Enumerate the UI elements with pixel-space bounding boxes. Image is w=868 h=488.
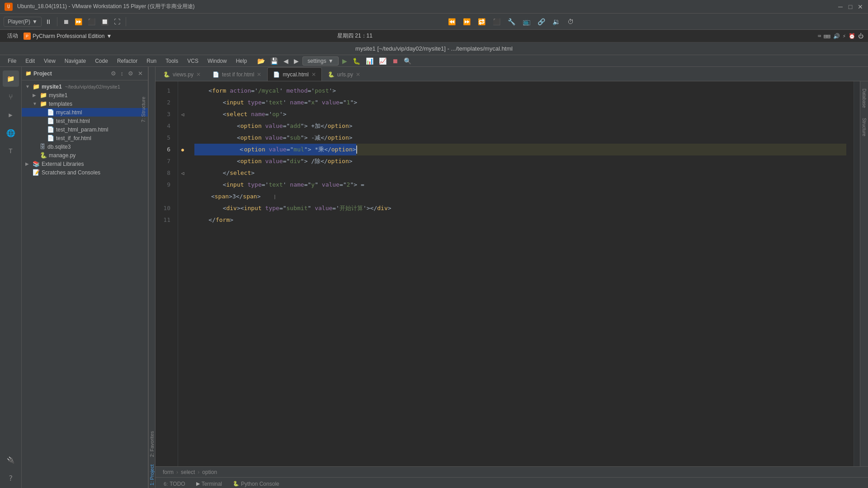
toolbar-btn-5[interactable]: ⛶: [112, 16, 122, 27]
activity-project[interactable]: 📁: [3, 70, 19, 87]
toolbar2-stop[interactable]: ⏹: [390, 56, 400, 66]
tree-item-mysite1-root[interactable]: ▼ 📁 mysite1 ~/tedu/vip/day02/mysite1: [22, 82, 148, 91]
code-line-3: <select name='op'>: [194, 108, 846, 120]
toolbar2-fwd[interactable]: ▶: [292, 56, 301, 66]
menu-window[interactable]: Window: [203, 56, 231, 66]
bookmark-3: ◁: [181, 112, 184, 117]
tab-close-views[interactable]: ✕: [196, 71, 201, 78]
icon-scratches: 📝: [33, 169, 40, 176]
toolbar2-profile[interactable]: 📈: [377, 56, 388, 66]
minimap[interactable]: [854, 81, 860, 466]
pycharm-menu[interactable]: P PyCharm Professional Edition ▼: [21, 33, 114, 40]
toolbar-btn-4[interactable]: 🔲: [99, 16, 110, 27]
activity-web[interactable]: 🌐: [3, 125, 19, 141]
bottom-tab-terminal[interactable]: ▶ Terminal: [192, 479, 226, 488]
tab-views[interactable]: 🐍 views.py ✕: [157, 67, 207, 81]
menu-code[interactable]: Code: [91, 56, 112, 66]
toolbar-right-1[interactable]: ⏪: [446, 16, 458, 27]
code-line-2: <input type='text' name="x" value="1">: [194, 97, 846, 108]
path-form[interactable]: form: [163, 469, 174, 475]
tree-item-mycal[interactable]: 📄 mycal.html: [22, 108, 148, 117]
panel-expand-btn[interactable]: ↕: [119, 70, 125, 77]
panel-settings-btn[interactable]: ⚙: [109, 70, 118, 77]
network-icon[interactable]: ▤▤: [824, 33, 830, 39]
gutter-1: [178, 85, 187, 97]
toolbar2-debug[interactable]: 🐛: [351, 56, 362, 66]
toolbar-right-5[interactable]: 🔧: [506, 16, 517, 27]
minimize-button[interactable]: ─: [837, 4, 844, 10]
tab-test-if-for[interactable]: 📄 test if for.html ✕: [207, 67, 267, 81]
toolbar2-coverage[interactable]: 📊: [364, 56, 375, 66]
tab-close-urls[interactable]: ✕: [356, 71, 360, 78]
menu-run[interactable]: Run: [142, 56, 160, 66]
player-menu[interactable]: Player(P) ▼: [4, 17, 42, 27]
pause-button[interactable]: ⏸: [43, 16, 53, 27]
favorites-label[interactable]: 2: Favorites: [148, 427, 156, 460]
gutter-8: ◁: [178, 167, 187, 179]
menu-help[interactable]: Help: [232, 56, 251, 66]
menu-tools[interactable]: Tools: [161, 56, 182, 66]
tree-item-mysite1-sub[interactable]: ▶ 📁 mysite1: [22, 91, 148, 99]
tree-item-templates[interactable]: ▼ 📁 templates: [22, 99, 148, 108]
menu-refactor[interactable]: Refactor: [113, 56, 142, 66]
toolbar2-run[interactable]: ▶: [340, 56, 349, 66]
tab-close-mycal[interactable]: ✕: [311, 71, 316, 78]
code-editor[interactable]: <form action='/mycal' method='post'> <in…: [187, 81, 854, 466]
toolbar-right-2[interactable]: ⏩: [461, 16, 472, 27]
project-icon: 📁: [25, 70, 32, 76]
structure-label-right[interactable]: Structure: [861, 115, 868, 139]
menu-vcs[interactable]: VCS: [183, 56, 203, 66]
keyboard-icon[interactable]: ⌨: [818, 33, 821, 39]
toolbar-right-7[interactable]: 🔗: [536, 16, 547, 27]
gutter-2: [178, 97, 187, 108]
toolbar-right-8[interactable]: 🔉: [551, 16, 562, 27]
tree-item-test-html-param[interactable]: 📄 test_html_param.html: [22, 125, 148, 134]
panel-gear-btn[interactable]: ⚙: [127, 70, 135, 77]
tree-item-test-html[interactable]: 📄 test_html.html: [22, 117, 148, 125]
toolbar-btn-2[interactable]: ⏩: [73, 16, 84, 27]
toolbar2-save[interactable]: 💾: [269, 56, 280, 66]
battery-icon[interactable]: ⚡: [843, 33, 846, 39]
clock-icon[interactable]: ⏰: [849, 33, 855, 39]
volume-icon[interactable]: 🔊: [833, 33, 840, 39]
toolbar-right-9[interactable]: ⏱: [566, 16, 576, 27]
tree-item-manage[interactable]: 🐍 manage.py: [22, 151, 148, 160]
panel-close-btn[interactable]: ✕: [137, 70, 144, 77]
structure-tab-label[interactable]: 7: Structure: [141, 94, 148, 125]
toolbar-btn-3[interactable]: ⬛: [86, 16, 97, 27]
project-label-side[interactable]: 1: Project: [148, 461, 156, 488]
toolbar-right-4[interactable]: ⬛: [491, 16, 502, 27]
close-button[interactable]: ✕: [857, 4, 863, 10]
power-icon[interactable]: ⏻: [858, 33, 863, 39]
path-option[interactable]: option: [202, 469, 217, 475]
bottom-tab-python-console[interactable]: 🐍 Python Console: [228, 479, 284, 488]
activities-btn[interactable]: 活动: [5, 32, 21, 40]
activity-help[interactable]: ?: [3, 470, 19, 486]
tree-item-external-libs[interactable]: ▶ 📚 External Libraries: [22, 160, 148, 168]
tree-item-test-if-for[interactable]: 📄 test_if_for.html: [22, 134, 148, 142]
toolbar-btn-1[interactable]: ⏹: [61, 16, 71, 27]
tab-close-test-if-for[interactable]: ✕: [257, 71, 261, 78]
path-select[interactable]: select: [181, 469, 195, 475]
toolbar2-open[interactable]: 📂: [255, 56, 267, 66]
settings-dropdown[interactable]: settings ▼: [302, 56, 338, 66]
toolbar-right-3[interactable]: 🔁: [476, 16, 487, 27]
activity-run[interactable]: ▶: [3, 107, 19, 123]
maximize-button[interactable]: □: [847, 4, 854, 10]
bottom-tab-todo[interactable]: 6: TODO: [159, 479, 190, 488]
menu-navigate[interactable]: Navigate: [61, 56, 90, 66]
tab-mycal[interactable]: 📄 mycal.html ✕: [267, 67, 321, 81]
activity-plugins[interactable]: 🔌: [3, 452, 19, 468]
menu-view[interactable]: View: [40, 56, 60, 66]
toolbar-right-6[interactable]: 📺: [521, 16, 532, 27]
tree-item-scratches[interactable]: 📝 Scratches and Consoles: [22, 168, 148, 177]
database-label[interactable]: Database: [861, 86, 868, 111]
tree-item-db[interactable]: 🗄 db.sqlite3: [22, 142, 148, 151]
activity-terminal[interactable]: T: [3, 143, 19, 159]
tab-urls[interactable]: 🐍 urls.py ✕: [322, 67, 366, 81]
toolbar2-back[interactable]: ◀: [282, 56, 290, 66]
menu-edit[interactable]: Edit: [21, 56, 39, 66]
activity-vcs[interactable]: ⑂: [3, 89, 19, 105]
toolbar2-search[interactable]: 🔍: [402, 56, 413, 66]
menu-file[interactable]: File: [4, 56, 20, 66]
